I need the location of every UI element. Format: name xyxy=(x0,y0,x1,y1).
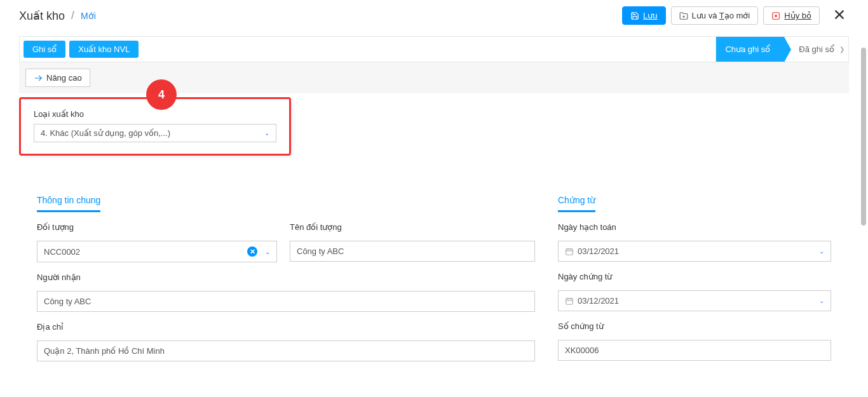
col-general-info: Thông tin chung Đối tượng NCC0002 ✕ ⌄ Tê… xyxy=(37,195,558,372)
so-chung-tu-label: Số chứng từ xyxy=(558,321,831,331)
group-ngay-chung-tu: Ngày chứng từ 03/12/2021 ⌄ xyxy=(558,272,831,311)
toolbar-row: Ghi sổ Xuất kho NVL Chưa ghi sổ Đã ghi s… xyxy=(19,36,849,62)
status-da-ghi-so[interactable]: Đã ghi sổ ❯ xyxy=(784,37,848,62)
group-doi-tuong: Đối tượng NCC0002 ✕ ⌄ xyxy=(37,222,277,262)
dia-chi-value: Quận 2, Thành phố Hồ Chí Minh xyxy=(44,346,528,356)
loai-xuat-kho-select[interactable]: 4. Khác (Xuất sử dụng, góp vốn,...) ⌄ xyxy=(34,124,276,142)
header-actions: Lưu Lưu và Tạo mới Hủy bỏ xyxy=(622,6,849,25)
col-chung-tu: Chứng từ Ngày hạch toán 03/12/2021 ⌄ Ngà… xyxy=(558,195,831,372)
status-steps: Chưa ghi sổ Đã ghi sổ ❯ xyxy=(715,37,848,62)
ngay-chung-tu-value: 03/12/2021 xyxy=(578,296,811,306)
save-and-new-button[interactable]: Lưu và Tạo mới xyxy=(671,6,759,25)
ngay-chung-tu-input[interactable]: 03/12/2021 ⌄ xyxy=(558,290,831,311)
clear-icon[interactable]: ✕ xyxy=(247,246,257,257)
ngay-chung-tu-label: Ngày chứng từ xyxy=(558,272,831,281)
breadcrumb: Xuất kho / Mới xyxy=(19,9,96,23)
folder-plus-icon xyxy=(679,11,688,20)
cancel-box-icon xyxy=(771,11,780,20)
step-badge: 4 xyxy=(146,79,177,110)
loai-xuat-kho-value: 4. Khác (Xuất sử dụng, góp vốn,...) xyxy=(41,128,170,138)
doi-tuong-input[interactable]: NCC0002 ✕ ⌄ xyxy=(37,241,277,262)
group-dia-chi: Địa chỉ Quận 2, Thành phố Hồ Chí Minh xyxy=(37,322,535,361)
ngay-hach-toan-input[interactable]: 03/12/2021 ⌄ xyxy=(558,241,831,262)
ten-doi-tuong-label: Tên đối tượng xyxy=(290,222,535,232)
save-button[interactable]: Lưu xyxy=(622,6,665,25)
close-icon[interactable] xyxy=(830,8,849,24)
content-area: Ghi sổ Xuất kho NVL Chưa ghi sổ Đã ghi s… xyxy=(0,36,868,392)
toolbar-left: Ghi sổ Xuất kho NVL xyxy=(20,37,142,62)
chevron-down-icon[interactable]: ⌄ xyxy=(261,248,270,255)
group-ngay-hach-toan: Ngày hạch toán 03/12/2021 ⌄ xyxy=(558,222,831,262)
tabs-right: Chứng từ xyxy=(558,195,831,212)
ten-doi-tuong-input[interactable]: Công ty ABC xyxy=(290,241,535,262)
dia-chi-label: Địa chỉ xyxy=(37,322,535,332)
dia-chi-input[interactable]: Quận 2, Thành phố Hồ Chí Minh xyxy=(37,340,535,361)
nguoi-nhan-input[interactable]: Công ty ABC xyxy=(37,291,535,312)
status-da-ghi-so-label: Đã ghi sổ xyxy=(799,44,834,54)
breadcrumb-sep: / xyxy=(71,9,74,22)
tab-thong-tin-chung[interactable]: Thông tin chung xyxy=(37,195,100,212)
scrollbar-thumb[interactable] xyxy=(861,48,866,225)
doi-tuong-value: NCC0002 xyxy=(44,247,243,257)
page-header: Xuất kho / Mới Lưu Lưu và Tạo mới Hủy bỏ xyxy=(0,0,868,25)
xuat-kho-nvl-button[interactable]: Xuất kho NVL xyxy=(69,41,139,58)
nguoi-nhan-value: Công ty ABC xyxy=(44,297,528,306)
save-button-label: Lưu xyxy=(643,11,657,20)
loai-xuat-kho-label: Loại xuất kho xyxy=(34,109,276,119)
svg-rect-7 xyxy=(566,248,573,254)
group-ten-doi-tuong: Tên đối tượng Công ty ABC xyxy=(290,222,535,262)
ghi-so-button[interactable]: Ghi sổ xyxy=(24,41,65,58)
so-chung-tu-value: XK00006 xyxy=(565,346,824,355)
cancel-button[interactable]: Hủy bỏ xyxy=(763,6,820,25)
calendar-icon xyxy=(565,297,574,306)
tab-chung-tu[interactable]: Chứng từ xyxy=(558,195,595,212)
main-card: Thông tin chung Đối tượng NCC0002 ✕ ⌄ Tê… xyxy=(19,176,849,378)
nguoi-nhan-label: Người nhận xyxy=(37,273,535,282)
ngay-hach-toan-label: Ngày hạch toán xyxy=(558,222,831,232)
save-icon xyxy=(630,11,639,20)
chevron-down-icon[interactable]: ⌄ xyxy=(815,248,824,255)
share-arrow-icon xyxy=(34,74,43,83)
ten-doi-tuong-value: Công ty ABC xyxy=(297,246,528,256)
svg-rect-11 xyxy=(566,298,573,304)
status-chua-ghi-so[interactable]: Chưa ghi sổ xyxy=(715,37,784,62)
nang-cao-label: Nâng cao xyxy=(46,73,82,83)
page-title: Xuất kho xyxy=(19,9,65,23)
nang-cao-button[interactable]: Nâng cao xyxy=(25,69,90,87)
ngay-hach-toan-value: 03/12/2021 xyxy=(578,246,811,256)
step-badge-number: 4 xyxy=(158,88,165,102)
so-chung-tu-input[interactable]: XK00006 xyxy=(558,340,831,361)
doi-tuong-label: Đối tượng xyxy=(37,222,277,232)
group-so-chung-tu: Số chứng từ XK00006 xyxy=(558,321,831,361)
row-doi-tuong: Đối tượng NCC0002 ✕ ⌄ Tên đối tượng Công… xyxy=(37,222,535,262)
calendar-icon xyxy=(565,247,574,256)
chevron-down-icon[interactable]: ⌄ xyxy=(815,297,824,304)
tabs-left: Thông tin chung xyxy=(37,195,535,212)
group-nguoi-nhan: Người nhận Công ty ABC xyxy=(37,273,535,312)
page-subtitle[interactable]: Mới xyxy=(81,11,96,21)
status-chua-ghi-so-label: Chưa ghi sổ xyxy=(725,44,770,54)
cancel-button-label: Hủy bỏ xyxy=(784,11,811,20)
save-and-new-label: Lưu và Tạo mới xyxy=(692,11,750,20)
advanced-row: Nâng cao xyxy=(19,62,849,93)
form-columns: Thông tin chung Đối tượng NCC0002 ✕ ⌄ Tê… xyxy=(37,195,831,372)
chevron-right-icon: ❯ xyxy=(839,46,844,53)
chevron-down-icon: ⌄ xyxy=(264,130,269,137)
